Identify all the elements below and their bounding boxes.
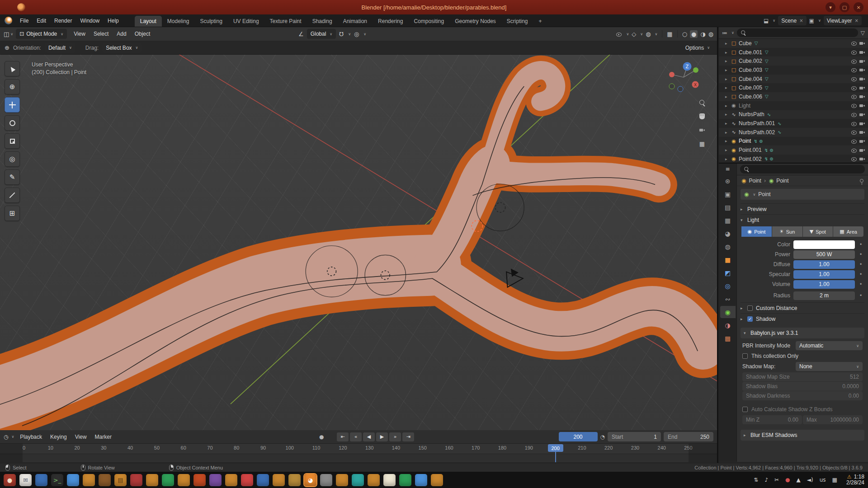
minimize-button[interactable]: ▾ [826, 2, 835, 12]
expand-caret-icon[interactable]: ▸ [725, 103, 729, 108]
datablock-name-field[interactable]: ◉∨ Point [741, 189, 864, 200]
animate-property-dot[interactable]: • [858, 251, 863, 258]
disable-in-renders-toggle[interactable] [859, 112, 865, 117]
hide-in-viewport-toggle[interactable] [851, 49, 857, 55]
hide-in-viewport-toggle[interactable] [851, 112, 857, 117]
disable-in-renders-toggle[interactable] [859, 94, 865, 99]
workspace-tab[interactable]: Rendering [373, 16, 408, 27]
tray-icon[interactable]: us [820, 477, 826, 483]
viewlayer-browse-icon[interactable]: ▣ [809, 18, 814, 24]
timeline-menu[interactable]: Playback [16, 432, 46, 442]
taskbar-app-icon[interactable]: >_ [51, 474, 63, 486]
expand-caret-icon[interactable]: ▸ [725, 130, 729, 135]
play-reverse-button[interactable]: ◀ [363, 432, 375, 441]
timeline-editor-icon[interactable]: ◷ [4, 434, 8, 440]
scene-browse-icon[interactable]: ⬓ [764, 18, 769, 24]
taskbar-app-icon[interactable] [241, 474, 253, 486]
expand-caret-icon[interactable]: ▸ [725, 94, 729, 99]
taskbar-app-icon[interactable] [67, 474, 79, 486]
tray-icon[interactable]: ▦ [832, 477, 837, 483]
timeline-track[interactable] [0, 454, 717, 462]
wireframe-shading-icon[interactable]: ○ [682, 31, 687, 38]
disable-in-renders-toggle[interactable] [859, 85, 865, 91]
scene-properties-tab[interactable]: ◕ [720, 227, 736, 239]
taskbar-app-icon[interactable]: ● [4, 474, 16, 486]
workspace-tab[interactable]: Shading [307, 16, 338, 27]
disable-in-renders-toggle[interactable] [859, 67, 865, 73]
outliner-item[interactable]: ▸ □ Cube.005 ▽ [719, 83, 868, 92]
viewport-menu[interactable]: View [70, 29, 90, 39]
tray-icon[interactable]: ⇅ [754, 477, 758, 483]
viewlayer-properties-tab[interactable]: ▦ [720, 214, 736, 226]
shadow-map-dropdown[interactable]: None∨ [796, 362, 863, 371]
editor-type-icon[interactable]: ◫ [4, 31, 9, 38]
drag-dropdown[interactable]: Select Box∨ [102, 43, 142, 53]
workspace-tab[interactable]: Geometry Nodes [449, 16, 501, 27]
taskbar-app-icon[interactable] [352, 474, 364, 486]
hide-in-viewport-toggle[interactable] [851, 129, 857, 135]
taskbar-app-icon[interactable] [336, 474, 348, 486]
taskbar-app-icon[interactable] [178, 474, 190, 486]
taskbar-app-icon[interactable] [130, 474, 142, 486]
snap-magnet-icon[interactable]: Ω [339, 31, 344, 38]
taskbar-app-icon[interactable]: ▤ [114, 474, 127, 486]
transform-tool-button[interactable]: ◎ [5, 151, 20, 167]
viewport-3d-scene[interactable] [0, 55, 717, 430]
taskbar-app-icon[interactable] [399, 474, 411, 486]
taskbar-app-icon[interactable] [288, 474, 301, 486]
hide-in-viewport-toggle[interactable] [851, 156, 857, 162]
timeline-menu[interactable]: Keying [46, 432, 71, 442]
outliner-item[interactable]: ▸ □ Cube.003 ▽ [719, 66, 868, 75]
radius-field[interactable]: 2 m [793, 291, 855, 300]
disable-in-renders-toggle[interactable] [859, 103, 865, 108]
workspace-tab[interactable]: UV Editing [228, 16, 264, 27]
disable-in-renders-toggle[interactable] [859, 121, 865, 127]
light-type-button[interactable]: ◉ Point [741, 226, 772, 237]
play-button[interactable]: ▶ [376, 432, 388, 441]
properties-editor-icon[interactable]: ≡ [725, 166, 730, 172]
hide-in-viewport-toggle[interactable] [851, 121, 857, 127]
current-frame-field[interactable]: 200 [559, 432, 598, 441]
render-properties-tab[interactable]: ▣ [720, 188, 736, 200]
cursor-tool-button[interactable]: ⊕ [5, 79, 20, 94]
measure-tool-button[interactable] [5, 188, 20, 203]
taskbar-app-icon[interactable] [273, 474, 285, 486]
physics-properties-tab[interactable]: ◎ [720, 280, 736, 292]
frame-end-field[interactable]: End250 [664, 432, 713, 441]
value-slider[interactable]: 1.00 [793, 270, 855, 279]
blender-menu-icon[interactable] [5, 17, 12, 24]
outliner-item[interactable]: ▸ ◉ Point.001 ↯ ⊚ [719, 145, 868, 155]
timeline-ruler[interactable]: 0102030405060708090100110120130140150160… [0, 444, 717, 454]
workspace-tab[interactable]: Scripting [501, 16, 533, 27]
solid-shading-icon[interactable]: ● [690, 30, 698, 38]
outliner-item[interactable]: ▸ □ Cube.004 ▽ [719, 75, 868, 84]
animate-property-dot[interactable]: • [858, 241, 863, 248]
gizmos-dropdown-icon[interactable]: ◇ [632, 31, 636, 38]
taskbar-app-icon[interactable] [431, 474, 443, 486]
hide-in-viewport-toggle[interactable] [851, 76, 857, 82]
overlays-dropdown-icon[interactable]: ◍ [646, 31, 651, 38]
tray-icon[interactable]: ♪ [764, 477, 768, 483]
light-type-button[interactable]: ▼ Spot [803, 226, 833, 237]
preview-panel-header[interactable]: ▸Preview [741, 203, 864, 214]
blur-esm-panel-header[interactable]: ▸ Blur ESM Shadows [741, 430, 864, 441]
hide-in-viewport-toggle[interactable] [851, 58, 857, 64]
outliner-editor-icon[interactable]: ≔ [722, 30, 727, 36]
texture-properties-tab[interactable]: ▩ [720, 332, 736, 344]
terrain-mesh-surface[interactable] [0, 70, 703, 408]
workspace-tab[interactable]: Layout [135, 16, 162, 27]
disable-in-renders-toggle[interactable] [859, 147, 865, 153]
orthographic-grid-icon[interactable]: ▦ [699, 141, 705, 147]
jump-to-start-button[interactable]: ⇤ [337, 432, 349, 441]
preview-range-clock-icon[interactable]: ◔ [600, 434, 605, 440]
visibility-dropdown-icon[interactable] [616, 31, 622, 37]
clock[interactable]: ⚠ 1:18 2/28/24 [846, 474, 864, 486]
disable-in-renders-toggle[interactable] [859, 156, 865, 162]
add-cube-tool-button[interactable]: ⊞ [5, 206, 20, 221]
light-type-button[interactable]: ▦ Area [833, 226, 863, 237]
expand-caret-icon[interactable]: ▸ [725, 68, 729, 72]
x-axis-ball[interactable] [669, 72, 675, 77]
babylon-panel-header[interactable]: ▾ Babylon.js ver 3.3.1 [741, 328, 864, 338]
unlink-scene-icon[interactable]: × [799, 18, 803, 23]
outliner-item[interactable]: ▸ □ Cube.006 ▽ [719, 92, 868, 101]
